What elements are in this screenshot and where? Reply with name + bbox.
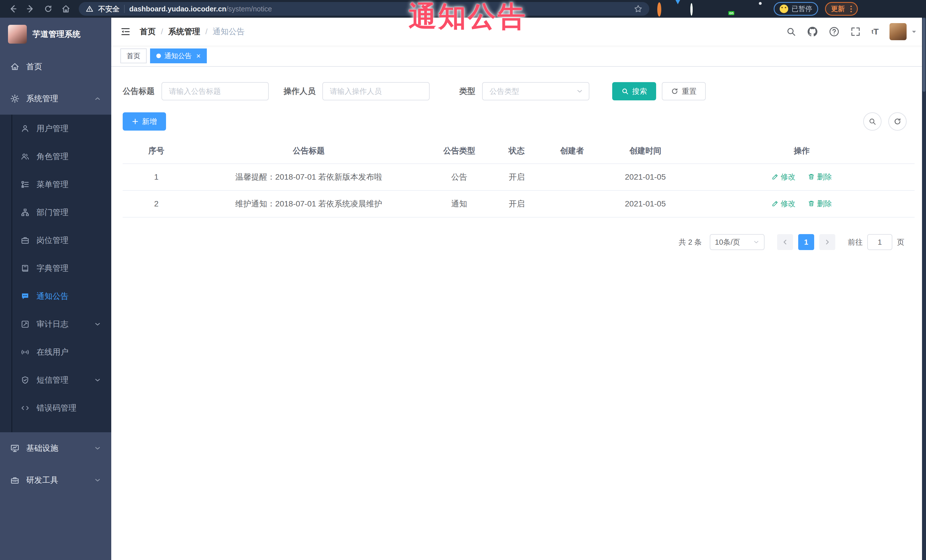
- pagination: 共 2 条 10条/页 1 前往 页: [123, 234, 915, 250]
- page-size-select[interactable]: 10条/页: [710, 234, 764, 250]
- page-unit-label: 页: [897, 237, 904, 247]
- extensions-puzzle-icon[interactable]: [757, 4, 766, 14]
- browser-update-button[interactable]: 更新: [825, 2, 858, 16]
- edit-pencil-icon: [772, 174, 779, 180]
- extension-sprout-icon[interactable]: [740, 4, 749, 14]
- total-count: 共 2 条: [679, 237, 702, 247]
- sidebar-item-home[interactable]: 首页: [0, 51, 111, 83]
- url-text: dashboard.yudao.iocoder.cn/system/notice: [129, 5, 272, 13]
- prev-page-button[interactable]: [777, 234, 793, 250]
- bookmark-star-icon[interactable]: [634, 5, 642, 13]
- sidebar-item-audit-log[interactable]: 审计日志: [0, 310, 111, 338]
- extension-switch-icon[interactable]: on: [723, 4, 732, 14]
- next-page-button[interactable]: [819, 234, 835, 250]
- org-chart-icon: [21, 208, 30, 217]
- browser-forward-icon[interactable]: [23, 2, 38, 16]
- sidebar-item-roles[interactable]: 角色管理: [0, 143, 111, 171]
- notice-title-input[interactable]: [162, 82, 269, 100]
- cell-status: 开启: [491, 164, 542, 190]
- audit-log-icon: [21, 320, 30, 329]
- tag-home[interactable]: 首页: [120, 48, 147, 63]
- chevron-down-icon: [94, 477, 101, 484]
- notices-table: 序号 公告标题 公告类型 状态 创建者 创建时间 操作 1 温馨提醒：2018-…: [123, 138, 915, 217]
- shield-check-icon: [21, 376, 30, 385]
- sidebar-item-notices[interactable]: 通知公告: [0, 282, 111, 310]
- browser-back-icon[interactable]: [6, 2, 20, 16]
- gear-icon: [10, 94, 20, 103]
- book-icon: [21, 264, 30, 273]
- extension-donut-icon[interactable]: [657, 4, 666, 14]
- edit-pencil-icon: [772, 200, 779, 207]
- refresh-table-button[interactable]: [888, 112, 906, 131]
- breadcrumb-home[interactable]: 首页: [140, 26, 156, 37]
- browser-reload-icon[interactable]: [41, 2, 55, 16]
- page-number-current[interactable]: 1: [798, 234, 814, 250]
- edit-link[interactable]: 修改: [772, 172, 796, 182]
- tag-notices[interactable]: 通知公告 ×: [150, 48, 207, 63]
- font-size-icon[interactable]: tT: [872, 27, 879, 36]
- sidebar-item-system[interactable]: 系统管理: [0, 83, 111, 115]
- col-no: 序号: [123, 138, 190, 164]
- edit-link[interactable]: 修改: [772, 199, 796, 209]
- notice-type-select[interactable]: 公告类型: [482, 82, 589, 100]
- delete-link[interactable]: 删除: [808, 172, 832, 182]
- home-icon: [10, 62, 20, 71]
- sidebar-item-online-users[interactable]: 在线用户: [0, 338, 111, 366]
- col-creator: 创建者: [542, 138, 602, 164]
- user-menu[interactable]: [890, 23, 917, 40]
- chevron-up-icon: [94, 95, 101, 102]
- tag-close-icon[interactable]: ×: [196, 52, 201, 60]
- cell-no: 1: [123, 164, 190, 190]
- app-title: 芋道管理系统: [33, 29, 80, 40]
- help-icon[interactable]: [829, 26, 840, 37]
- cell-no: 2: [123, 190, 190, 217]
- sidebar-item-posts[interactable]: 岗位管理: [0, 226, 111, 254]
- sidebar-item-users[interactable]: 用户管理: [0, 115, 111, 143]
- cell-type: 通知: [428, 190, 491, 217]
- delete-link[interactable]: 删除: [808, 199, 832, 209]
- sidebar-item-sms[interactable]: 短信管理: [0, 366, 111, 394]
- fullscreen-icon[interactable]: [850, 27, 861, 37]
- search-icon[interactable]: [786, 27, 796, 37]
- search-button[interactable]: 搜索: [612, 82, 656, 100]
- chevron-down-icon: [753, 239, 760, 245]
- users-icon: [21, 152, 30, 161]
- goto-page-input[interactable]: [867, 234, 892, 250]
- goto-label: 前往: [848, 237, 862, 247]
- extension-pin-icon[interactable]: [674, 4, 683, 14]
- cell-status: 开启: [491, 190, 542, 217]
- extension-diamond-icon[interactable]: [707, 4, 716, 14]
- extension-green-circle-icon[interactable]: [690, 4, 699, 14]
- browser-profile-chip[interactable]: 已暂停: [774, 2, 818, 16]
- not-secure-label: 不安全: [98, 4, 120, 14]
- col-created: 创建时间: [602, 138, 688, 164]
- operator-input[interactable]: [322, 82, 430, 100]
- reset-button[interactable]: 重置: [662, 82, 706, 100]
- add-button[interactable]: 新增: [123, 112, 166, 131]
- sidebar-item-error-codes[interactable]: 错误码管理: [0, 394, 111, 422]
- profile-emoji-avatar: [780, 5, 788, 13]
- toolbox-icon: [10, 475, 20, 485]
- sidebar-item-infra[interactable]: 基础设施: [0, 432, 111, 464]
- refresh-icon: [893, 118, 902, 125]
- cell-created: 2021-01-05: [602, 190, 688, 217]
- col-actions: 操作: [689, 138, 915, 164]
- app-logo-row[interactable]: 芋道管理系统: [0, 18, 111, 51]
- sidebar-item-departments[interactable]: 部门管理: [0, 198, 111, 226]
- address-bar[interactable]: 不安全 dashboard.yudao.iocoder.cn/system/no…: [79, 2, 649, 16]
- browser-menu-icon[interactable]: [850, 6, 852, 12]
- monitor-icon: [10, 444, 20, 453]
- sidebar-collapse-icon[interactable]: [120, 27, 131, 37]
- briefcase-icon: [21, 236, 30, 245]
- filter-bar: 公告标题 操作人员 类型 公告类型: [123, 82, 915, 100]
- sidebar-item-menus[interactable]: 菜单管理: [0, 171, 111, 198]
- breadcrumb-system[interactable]: 系统管理: [168, 26, 200, 37]
- cell-creator: [542, 164, 602, 190]
- github-icon[interactable]: [807, 26, 818, 37]
- toggle-search-button[interactable]: [863, 112, 882, 131]
- page-scrollbar[interactable]: [922, 18, 926, 560]
- cell-type: 公告: [428, 164, 491, 190]
- browser-home-icon[interactable]: [59, 2, 73, 16]
- sidebar-item-dicts[interactable]: 字典管理: [0, 254, 111, 282]
- sidebar-item-dev-tools[interactable]: 研发工具: [0, 464, 111, 496]
